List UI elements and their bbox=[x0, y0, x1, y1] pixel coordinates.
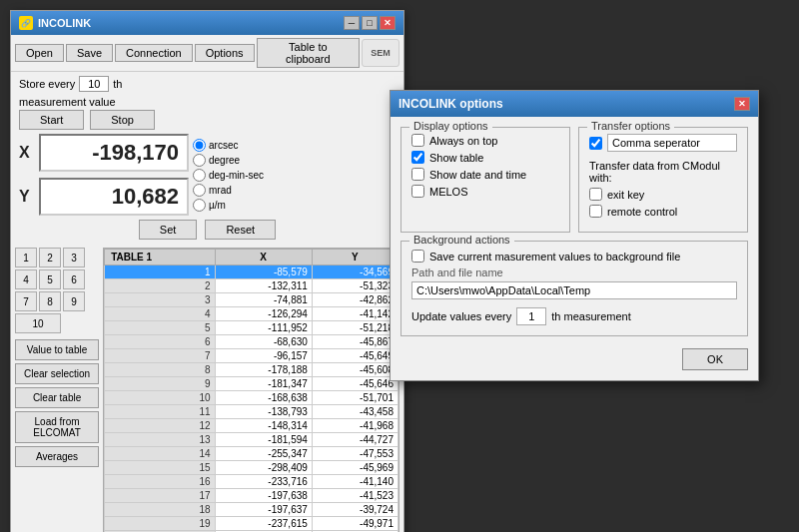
table-row[interactable]: 19-237,615-49,971 bbox=[105, 517, 399, 531]
table-row[interactable]: 10-168,638-51,701 bbox=[105, 391, 399, 405]
table-row[interactable]: 9-181,347-45,646 bbox=[105, 377, 399, 391]
clear-table-btn[interactable]: Clear table bbox=[15, 387, 99, 408]
ok-button[interactable]: OK bbox=[682, 348, 748, 370]
comma-separator-input[interactable] bbox=[607, 134, 737, 152]
data-table: TABLE 1 X Y 1-85,579-34,5692-132,311-51,… bbox=[104, 249, 399, 532]
table-row[interactable]: 18-197,637-39,724 bbox=[105, 503, 399, 517]
row-number: 7 bbox=[105, 349, 215, 363]
num-1[interactable]: 1 bbox=[15, 248, 37, 267]
num-7[interactable]: 7 bbox=[15, 291, 37, 311]
save-values-checkbox[interactable] bbox=[411, 250, 424, 263]
y-value: 10,682 bbox=[39, 178, 189, 216]
table-row[interactable]: 13-181,594-44,727 bbox=[105, 433, 399, 447]
exit-key-checkbox[interactable] bbox=[589, 188, 602, 201]
table-scroll[interactable]: TABLE 1 X Y 1-85,579-34,5692-132,311-51,… bbox=[103, 248, 400, 532]
set-button[interactable]: Set bbox=[139, 220, 198, 240]
melos-label: MELOS bbox=[429, 186, 468, 198]
close-button[interactable]: ✕ bbox=[380, 16, 396, 30]
table-row[interactable]: 8-178,188-45,608 bbox=[105, 363, 399, 377]
x-row: X -198,170 bbox=[19, 134, 189, 172]
x-value: -198,170 bbox=[39, 134, 189, 172]
open-button[interactable]: Open bbox=[15, 44, 64, 62]
num-4[interactable]: 4 bbox=[15, 269, 37, 289]
load-from-elcomat-btn[interactable]: Load fromELCOMAT bbox=[15, 411, 99, 443]
radio-mrad[interactable]: mrad bbox=[193, 184, 264, 197]
comma-separator-checkbox[interactable] bbox=[589, 137, 602, 150]
num-2[interactable]: 2 bbox=[39, 248, 61, 267]
num-3[interactable]: 3 bbox=[63, 248, 85, 267]
table-row[interactable]: 16-233,716-41,140 bbox=[105, 475, 399, 489]
y-header: Y bbox=[312, 250, 398, 266]
transfer-options-group: Transfer options Transfer data from CMod… bbox=[578, 127, 748, 233]
show-datetime-row: Show date and time bbox=[411, 168, 559, 181]
stop-button[interactable]: Stop bbox=[90, 110, 155, 130]
update-value-input[interactable] bbox=[516, 307, 546, 325]
radio-degree[interactable]: degree bbox=[193, 154, 264, 167]
num-6[interactable]: 6 bbox=[63, 269, 85, 289]
table-row[interactable]: 7-96,157-45,649 bbox=[105, 349, 399, 363]
num-10[interactable]: 10 bbox=[15, 313, 61, 333]
start-button[interactable]: Start bbox=[19, 110, 84, 130]
y-cell: -45,608 bbox=[312, 363, 398, 377]
melos-checkbox[interactable] bbox=[411, 185, 424, 198]
table-row[interactable]: 15-298,409-45,969 bbox=[105, 461, 399, 475]
connection-button[interactable]: Connection bbox=[115, 44, 193, 62]
ok-row: OK bbox=[400, 344, 748, 370]
table-row[interactable]: 3-74,881-42,862 bbox=[105, 293, 399, 307]
exit-key-label: exit key bbox=[607, 189, 644, 201]
row-number: 16 bbox=[105, 475, 215, 489]
num-5[interactable]: 5 bbox=[39, 269, 61, 289]
x-cell: -168,638 bbox=[215, 391, 312, 405]
dialog-body: Display options Always on top Show table… bbox=[391, 117, 758, 380]
table-row[interactable]: 5-111,952-51,218 bbox=[105, 321, 399, 335]
melos-row: MELOS bbox=[411, 185, 559, 198]
row-number: 11 bbox=[105, 405, 215, 419]
sem-logo: SEM bbox=[362, 39, 400, 67]
save-values-row: Save current masurement values to backgr… bbox=[411, 250, 737, 263]
table-row[interactable]: 12-148,314-41,968 bbox=[105, 419, 399, 433]
table-row[interactable]: 2-132,311-51,323 bbox=[105, 279, 399, 293]
table-row[interactable]: 17-197,638-41,523 bbox=[105, 489, 399, 503]
y-cell: -45,969 bbox=[312, 461, 398, 475]
store-input[interactable] bbox=[79, 76, 109, 92]
always-on-top-checkbox[interactable] bbox=[411, 134, 424, 147]
row-number: 4 bbox=[105, 307, 215, 321]
table-clipboard-button[interactable]: Table to clipboard bbox=[257, 38, 361, 68]
value-to-table-btn[interactable]: Value to table bbox=[15, 339, 99, 360]
row-number: 15 bbox=[105, 461, 215, 475]
reset-button[interactable]: Reset bbox=[205, 220, 276, 240]
x-cell: -68,630 bbox=[215, 335, 312, 349]
num-9[interactable]: 9 bbox=[63, 291, 85, 311]
minimize-button[interactable]: ─ bbox=[344, 16, 360, 30]
path-input[interactable] bbox=[411, 281, 737, 299]
options-button[interactable]: Options bbox=[195, 44, 255, 62]
update-label: Update values every bbox=[411, 310, 511, 322]
maximize-button[interactable]: □ bbox=[362, 16, 378, 30]
y-row: Y 10,682 bbox=[19, 178, 189, 216]
main-window: 🔗 INCOLINK ─ □ ✕ Open Save Connection Op… bbox=[10, 10, 404, 532]
radio-arcsec[interactable]: arcsec bbox=[193, 139, 264, 152]
table-row[interactable]: 1-85,579-34,569 bbox=[105, 266, 399, 279]
radio-degminsec[interactable]: deg-min-sec bbox=[193, 169, 264, 182]
num-8[interactable]: 8 bbox=[39, 291, 61, 311]
show-datetime-checkbox[interactable] bbox=[411, 168, 424, 181]
table-row[interactable]: 14-255,347-47,553 bbox=[105, 447, 399, 461]
table-row[interactable]: 4-126,294-41,142 bbox=[105, 307, 399, 321]
dialog-title-bar: INCOLINK options ✕ bbox=[391, 91, 758, 117]
remote-control-checkbox[interactable] bbox=[589, 205, 602, 218]
dialog-close-button[interactable]: ✕ bbox=[734, 97, 750, 111]
show-table-checkbox[interactable] bbox=[411, 151, 424, 164]
averages-btn[interactable]: Averages bbox=[15, 446, 99, 467]
table-row[interactable]: 6-68,630-45,867 bbox=[105, 335, 399, 349]
xy-radio-container: X -198,170 Y 10,682 arcsec degree deg-mi… bbox=[11, 134, 403, 216]
remote-control-label: remote control bbox=[607, 206, 677, 218]
radio-um[interactable]: µ/m bbox=[193, 199, 264, 212]
store-row: Store every th bbox=[11, 72, 403, 96]
save-values-label: Save current masurement values to backgr… bbox=[429, 251, 680, 263]
always-on-top-row: Always on top bbox=[411, 134, 559, 147]
x-header: X bbox=[215, 250, 312, 266]
clear-selection-btn[interactable]: Clear selection bbox=[15, 363, 99, 384]
save-button[interactable]: Save bbox=[66, 44, 113, 62]
table-row[interactable]: 11-138,793-43,458 bbox=[105, 405, 399, 419]
y-cell: -41,140 bbox=[312, 475, 398, 489]
